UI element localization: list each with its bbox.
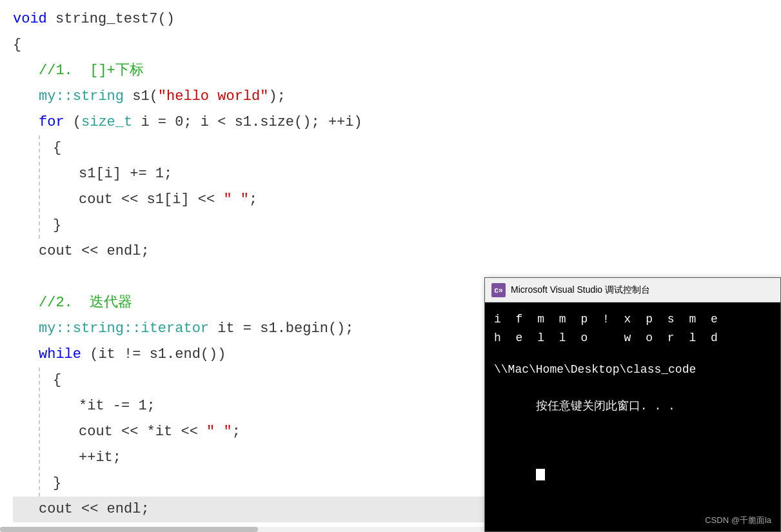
code-text: (it != s1.end()) [81,342,226,368]
type-size_t: size_t [81,110,132,135]
keyword-void: void [13,6,47,32]
code-line-highlight: cout << endl; [13,497,490,522]
code-line: my::string s1( "hello world" ); [13,84,490,110]
code-text: s1[i] += 1; [79,161,172,187]
type: my::string [39,84,124,110]
comment: //2. 迭代器 [39,290,132,316]
scrollbar-thumb[interactable] [0,527,258,532]
blank-line [494,435,771,444]
code-text: cout << endl; [39,497,150,522]
console-cursor-line [494,444,771,499]
keyword-for: for [39,110,64,135]
code-line: void string_test7() [13,6,490,32]
code-text: ( [64,110,81,135]
block-for: { s1[i] += 1; cout << s1[i] << " " ; } [39,135,490,239]
code-line: //1. []+下标 [13,58,490,84]
code-text: ); [268,84,285,110]
code-line: { [13,32,490,58]
code-line: cout << *it << " " ; [40,419,490,445]
code-line: { [40,368,490,393]
code-line: //2. 迭代器 [13,290,490,316]
console-footer: CSDN @千脆面la [705,515,771,526]
code-line: } [40,471,490,497]
keyword-while: while [39,342,81,368]
code-line: cout << endl; [13,239,490,264]
string-literal: " " [206,419,232,445]
console-output-line4: \\Mac\Home\Desktop\class_code [494,360,771,379]
console-title: Microsoft Visual Studio 调试控制台 [511,284,650,296]
brace: { [53,368,61,393]
string-literal: "hello world" [158,84,269,110]
code-text: ; [249,187,257,213]
console-window: c» Microsoft Visual Studio 调试控制台 i f m m… [484,277,781,532]
console-titlebar: c» Microsoft Visual Studio 调试控制台 [485,278,780,302]
code-line: ++it; [40,445,490,471]
brace: { [13,32,21,58]
blank-line [494,348,771,360]
code-line: my::string::iterator it = s1.begin(); [13,316,490,342]
console-output-line5: 按任意键关闭此窗口. . . [494,379,771,434]
code-editor: void string_test7() { //1. []+下标 my::str… [0,0,490,532]
code-text: ++it; [79,445,121,471]
code-text: cout << *it << [79,419,206,445]
code-text: s1( [124,84,158,110]
console-output-line1: i f m m p ! x p s m e [494,310,771,329]
code-line: cout << s1[i] << " " ; [40,187,490,213]
comment: //1. []+下标 [39,58,144,84]
code-line: for ( size_t i = 0; i < s1.size(); ++i) [13,110,490,135]
code-line: { [40,135,490,161]
code-text: *it -= 1; [79,393,155,419]
brace: { [53,135,61,161]
code-text: i = 0; i < s1.size(); ++i) [132,110,362,135]
console-output-line2: h e l l o w o r l d [494,329,771,348]
fn-name: string_test7() [47,6,175,32]
console-app-icon: c» [491,283,506,297]
console-cursor [536,469,545,480]
code-line: s1[i] += 1; [40,161,490,187]
console-icon-label: c» [494,286,502,295]
console-body: i f m m p ! x p s m e h e l l o w o r l … [485,302,780,531]
type-iterator: my::string::iterator [39,316,209,342]
brace: } [53,213,61,239]
block-while: { *it -= 1; cout << *it << " " ; ++it; } [39,368,490,497]
code-line: *it -= 1; [40,393,490,419]
brace: } [53,471,61,497]
string-literal: " " [223,187,249,213]
code-line: while (it != s1.end()) [13,342,490,368]
blank-line [13,264,490,290]
code-line: } [40,213,490,239]
code-text: it = s1.begin(); [209,316,353,342]
code-text: cout << endl; [39,239,150,264]
scrollbar-horizontal[interactable] [0,527,490,532]
code-text: ; [232,419,241,445]
code-text: cout << s1[i] << [79,187,223,213]
